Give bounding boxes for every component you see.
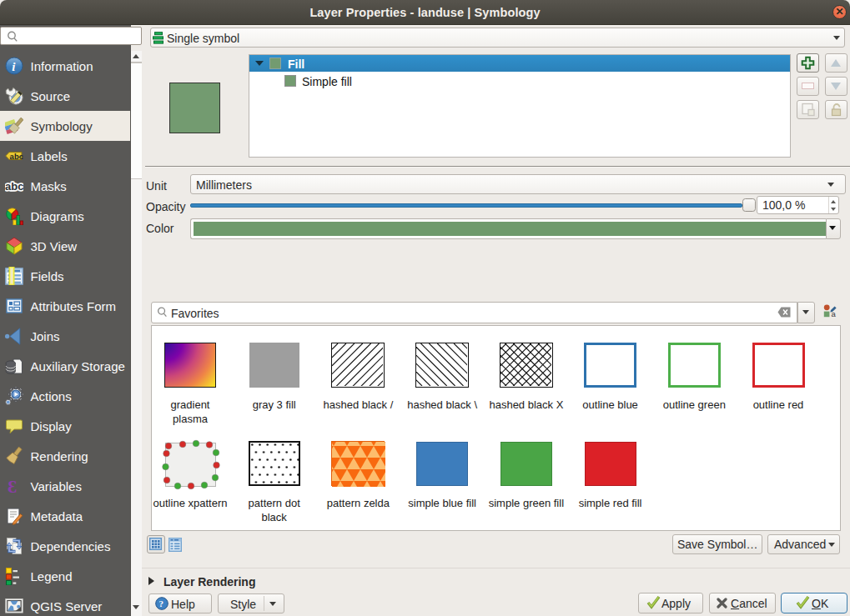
svg-text:a: a [831, 309, 836, 318]
svg-text:Ɛ: Ɛ [8, 477, 17, 495]
svg-text:?: ? [159, 598, 164, 608]
svg-text:abc: abc [5, 180, 23, 193]
svg-text:abc: abc [10, 152, 23, 161]
